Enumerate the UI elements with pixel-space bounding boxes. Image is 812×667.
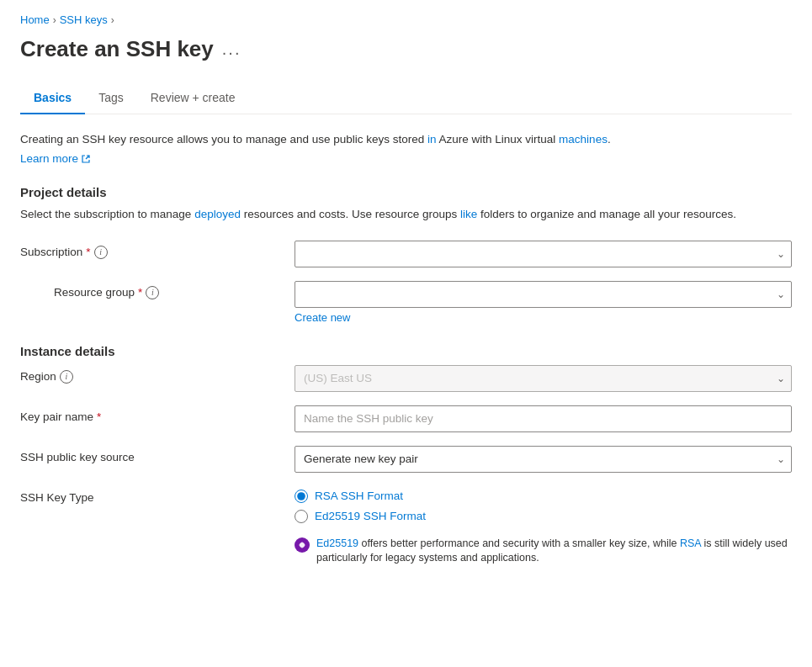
instance-details-title: Instance details: [20, 344, 792, 358]
subscription-control: ⌄: [295, 241, 792, 267]
breadcrumb-separator-2: ›: [111, 14, 114, 26]
region-row: Region i (US) East US ⌄: [20, 365, 792, 392]
ssh-key-type-note: Ed25519 offers better performance and se…: [295, 537, 792, 566]
resource-group-label-col: Resource group * i: [54, 281, 281, 299]
ssh-public-key-source-label-col: SSH public key source: [20, 446, 281, 463]
resource-group-control: ⌄ Create new: [295, 281, 792, 324]
external-link-icon: [81, 154, 91, 164]
subscription-select[interactable]: [295, 241, 792, 267]
page-title-row: Create an SSH key ...: [20, 36, 792, 62]
intro-text: Creating an SSH key resource allows you …: [20, 131, 792, 148]
key-pair-name-label-col: Key pair name *: [20, 405, 281, 423]
tab-review-create[interactable]: Review + create: [137, 82, 249, 114]
breadcrumb-sshkeys[interactable]: SSH keys: [60, 13, 108, 26]
region-control: (US) East US ⌄: [295, 365, 792, 392]
svg-point-0: [300, 543, 305, 548]
subscription-select-wrapper: ⌄: [295, 241, 792, 267]
project-details-section: Project details Select the subscription …: [20, 185, 792, 323]
instance-details-section: Instance details Region i (US) East US ⌄…: [20, 344, 792, 566]
tab-basics[interactable]: Basics: [20, 82, 85, 114]
ssh-key-type-radio-group: RSA SSH Format Ed25519 SSH Format Ed2551…: [295, 486, 792, 566]
ssh-public-key-source-control: Generate new key pair Use existing key s…: [295, 446, 792, 473]
region-label-col: Region i: [20, 365, 281, 384]
create-new-link[interactable]: Create new: [295, 311, 792, 324]
key-pair-name-control: [295, 405, 792, 432]
region-select[interactable]: (US) East US: [295, 365, 792, 392]
more-options-button[interactable]: ...: [222, 40, 241, 59]
ed25519-radio-input[interactable]: [295, 510, 308, 523]
tab-tags[interactable]: Tags: [85, 82, 137, 114]
ssh-source-select[interactable]: Generate new key pair Use existing key s…: [295, 446, 792, 473]
note-icon: [295, 537, 310, 553]
resource-group-row: Resource group * i ⌄ Create new: [20, 281, 792, 324]
ssh-key-type-control: RSA SSH Format Ed25519 SSH Format Ed2551…: [295, 486, 792, 566]
ssh-source-select-wrapper: Generate new key pair Use existing key s…: [295, 446, 792, 473]
learn-more-link[interactable]: Learn more: [20, 152, 91, 165]
resource-group-select-wrapper: ⌄: [295, 281, 792, 308]
key-pair-name-input[interactable]: [295, 405, 792, 432]
subscription-label: Subscription: [20, 246, 82, 258]
ssh-key-type-row: SSH Key Type RSA SSH Format Ed25519 SSH …: [20, 486, 792, 566]
subscription-info-icon[interactable]: i: [94, 246, 108, 259]
breadcrumb-home[interactable]: Home: [20, 13, 50, 26]
breadcrumb-separator-1: ›: [53, 14, 56, 26]
region-select-wrapper: (US) East US ⌄: [295, 365, 792, 392]
project-details-desc: Select the subscription to manage deploy…: [20, 206, 792, 223]
key-pair-name-row: Key pair name *: [20, 405, 792, 432]
rsa-radio-input[interactable]: [295, 490, 308, 503]
resource-group-info-icon[interactable]: i: [146, 286, 159, 299]
subscription-row: Subscription * i ⌄: [20, 241, 792, 267]
subscription-required: *: [86, 246, 90, 258]
resource-group-select[interactable]: [295, 281, 792, 308]
key-pair-name-required: *: [97, 410, 101, 423]
key-pair-name-label: Key pair name: [20, 410, 93, 423]
breadcrumb: Home › SSH keys ›: [20, 13, 792, 26]
tab-bar: Basics Tags Review + create: [20, 82, 792, 114]
ed25519-radio-item[interactable]: Ed25519 SSH Format: [295, 510, 792, 523]
ssh-key-type-label: SSH Key Type: [20, 491, 94, 504]
region-label: Region: [20, 370, 56, 383]
region-info-icon[interactable]: i: [60, 370, 73, 384]
note-text: Ed25519 offers better performance and se…: [316, 537, 792, 566]
project-details-title: Project details: [20, 185, 792, 199]
resource-group-label: Resource group: [54, 286, 135, 299]
ssh-public-key-source-row: SSH public key source Generate new key p…: [20, 446, 792, 473]
page-title: Create an SSH key: [20, 36, 214, 62]
ssh-key-type-label-col: SSH Key Type: [20, 486, 281, 504]
resource-group-required: *: [138, 286, 142, 299]
rsa-radio-item[interactable]: RSA SSH Format: [295, 490, 792, 503]
ssh-public-key-source-label: SSH public key source: [20, 451, 135, 463]
ed25519-radio-label: Ed25519 SSH Format: [315, 510, 426, 522]
subscription-label-col: Subscription * i: [20, 241, 281, 259]
rsa-radio-label: RSA SSH Format: [315, 490, 403, 502]
